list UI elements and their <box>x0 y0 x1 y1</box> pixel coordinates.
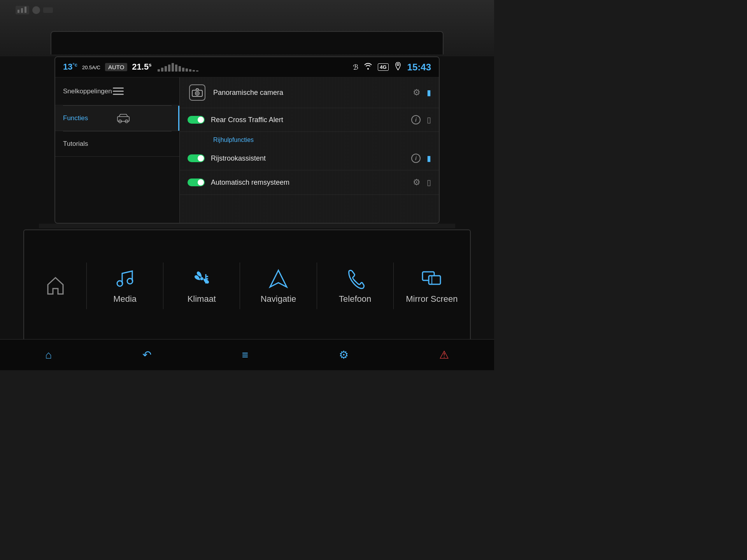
physical-btn-menu[interactable]: ≡ <box>242 349 248 361</box>
physical-bottom-bar: ⌂ ↶ ≡ ⚙ ⚠ <box>0 339 494 370</box>
hamburger-menu[interactable] <box>110 84 127 98</box>
auto-label: AUTO <box>105 63 127 71</box>
nav-item-media[interactable]: Media <box>87 260 163 312</box>
camera-bookmark-icon[interactable]: ▮ <box>427 88 431 97</box>
media-label: Media <box>113 294 137 304</box>
feature-row-rijstrook: Rijstrookassistent i ▮ <box>180 147 439 170</box>
feature-row-remsysteem: Automatisch remsysteem ⚙ ▯ <box>180 170 439 195</box>
phone-icon <box>344 268 366 289</box>
rijstrook-bookmark-icon[interactable]: ▮ <box>427 154 431 163</box>
nav-item-mirror-screen[interactable]: Mirror Screen <box>394 260 470 312</box>
physical-btn-settings[interactable]: ⚙ <box>339 348 349 361</box>
remsysteem-gear-icon[interactable]: ⚙ <box>413 177 421 187</box>
rcta-bookmark-icon[interactable]: ▯ <box>427 115 431 124</box>
status-bar: 13°c 20.5A/C AUTO 21.5s <box>55 57 439 77</box>
snelkoppelingen-label: Snelkoppelingen <box>63 88 112 95</box>
main-content-panel: Panoramische camera ⚙ ▮ Rear Cross Traff… <box>180 77 439 223</box>
navigatie-label: Navigatie <box>261 294 296 304</box>
svg-rect-1 <box>117 117 129 121</box>
telefoon-label: Telefoon <box>339 294 371 304</box>
mirror-screen-icon <box>421 268 442 289</box>
feature-row-rcta: Rear Cross Traffic Alert i ▯ <box>180 108 439 132</box>
nav-item-home[interactable] <box>24 268 86 304</box>
hamburger-row: Snelkoppelingen <box>55 77 179 105</box>
rcta-info-icon[interactable]: i <box>411 115 421 124</box>
physical-btn-home[interactable]: ⌂ <box>45 349 52 361</box>
remsysteem-toggle[interactable] <box>188 178 205 186</box>
wifi-icon <box>364 63 372 72</box>
camera-icon <box>189 84 205 101</box>
svg-point-0 <box>397 64 399 66</box>
feature-row-camera: Panoramische camera ⚙ ▮ <box>180 77 439 108</box>
car-icon <box>116 113 131 124</box>
rcta-feature-name: Rear Cross Traffic Alert <box>211 116 405 124</box>
nav-item-telefoon[interactable]: Telefoon <box>317 260 393 312</box>
rijstrook-feature-actions: i ▮ <box>411 154 431 163</box>
camera-gear-icon[interactable]: ⚙ <box>413 88 421 98</box>
fan-icon <box>191 268 212 289</box>
music-icon <box>114 268 136 289</box>
home-icon <box>45 275 66 297</box>
functies-label: Functies <box>63 114 88 122</box>
camera-icon-area <box>188 84 207 101</box>
temp-right: 21.5s <box>132 62 151 72</box>
rcta-toggle[interactable] <box>188 116 205 124</box>
ac-display: 20.5A/C <box>82 63 100 71</box>
car-frame: 13°c 20.5A/C AUTO 21.5s <box>0 0 494 370</box>
temp-left: 13°c <box>63 62 77 72</box>
sidebar: Snelkoppelingen Functies <box>55 77 180 223</box>
remsysteem-bookmark-icon[interactable]: ▯ <box>427 178 431 187</box>
bottom-nav-screen: Media Klimaat Navigatie <box>23 229 471 342</box>
status-icons: ℬ 4G 15:43 <box>353 62 431 73</box>
nav-item-navigatie[interactable]: Navigatie <box>240 260 316 312</box>
remsysteem-toggle-area <box>188 178 205 186</box>
fan-bars <box>158 63 198 72</box>
bluetooth-icon: ℬ <box>353 63 358 72</box>
content-area: Snelkoppelingen Functies <box>55 77 439 223</box>
clock-display: 15:43 <box>407 62 431 73</box>
camera-feature-actions: ⚙ ▮ <box>413 88 431 98</box>
remsysteem-feature-name: Automatisch remsysteem <box>211 178 407 187</box>
rijstrook-toggle-area <box>188 154 205 162</box>
4g-icon: 4G <box>378 63 388 71</box>
physical-btn-back[interactable]: ↶ <box>142 348 151 361</box>
rcta-feature-actions: i ▯ <box>411 115 431 124</box>
screen-gap <box>39 224 455 228</box>
location-icon <box>394 62 402 72</box>
rijstrook-toggle[interactable] <box>188 154 205 162</box>
navigation-icon <box>268 268 289 289</box>
rijstrook-feature-name: Rijstrookassistent <box>211 154 405 163</box>
physical-btn-warning[interactable]: ⚠ <box>439 348 449 361</box>
sidebar-item-functies[interactable]: Functies <box>55 106 179 131</box>
rcta-toggle-area <box>188 116 205 124</box>
svg-point-9 <box>200 277 203 280</box>
nav-item-klimaat[interactable]: Klimaat <box>163 260 240 312</box>
rijstrook-info-icon[interactable]: i <box>411 154 421 163</box>
sidebar-item-tutorials[interactable]: Tutorials <box>55 131 179 157</box>
main-screen: 13°c 20.5A/C AUTO 21.5s <box>54 56 440 224</box>
svg-point-6 <box>196 93 198 94</box>
top-frame <box>0 0 494 56</box>
mirror-screen-label: Mirror Screen <box>406 294 458 304</box>
remsysteem-feature-actions: ⚙ ▯ <box>413 177 431 187</box>
camera-feature-name: Panoramische camera <box>213 89 407 97</box>
klimaat-label: Klimaat <box>188 294 216 304</box>
tutorials-label: Tutorials <box>63 140 88 148</box>
rijhulp-section-header: Rijhulpfuncties <box>180 132 439 147</box>
svg-point-5 <box>195 91 199 95</box>
svg-rect-15 <box>429 276 440 284</box>
